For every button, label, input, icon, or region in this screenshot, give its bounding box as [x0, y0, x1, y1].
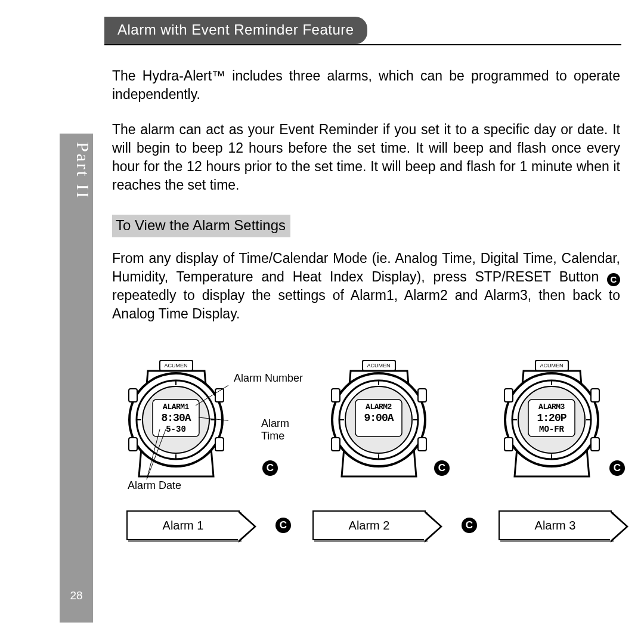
button-c-badge-1: C	[262, 460, 278, 476]
button-c-badge-2: C	[434, 460, 450, 476]
side-tab: Part II 28	[60, 134, 93, 623]
callout-alarm-date: Alarm Date	[128, 479, 181, 492]
arrow-row: Alarm 1 C Alarm 2 C Alarm 3	[126, 510, 612, 540]
page-number: 28	[60, 589, 93, 602]
paragraph-2: The alarm can act as your Event Reminder…	[112, 120, 620, 194]
paragraph-3-part-a: From any display of Time/Calendar Mode (…	[112, 250, 620, 284]
callout-alarm-number: Alarm Number	[234, 372, 303, 385]
part-label: Part II	[60, 142, 93, 200]
button-c-badge-3: C	[609, 460, 625, 476]
paragraph-1: The Hydra-Alert™ includes three alarms, …	[112, 67, 620, 104]
header-rule	[104, 44, 621, 45]
arrow-alarm-1: Alarm 1	[126, 510, 240, 540]
alarm-diagram: ACUMEN ALARM1 8:30A 5-30	[112, 360, 625, 557]
button-c-inline-icon: C	[607, 273, 620, 286]
arrow-alarm-2: Alarm 2	[312, 510, 426, 540]
button-c-between-1-2: C	[275, 518, 291, 533]
arrow-alarm-3: Alarm 3	[499, 510, 612, 540]
button-c-between-2-3: C	[462, 518, 477, 533]
section-header: Alarm with Event Reminder Feature	[104, 17, 621, 45]
body-text: The Hydra-Alert™ includes three alarms, …	[112, 67, 620, 340]
paragraph-3: From any display of Time/Calendar Mode (…	[112, 249, 620, 323]
section-title: Alarm with Event Reminder Feature	[104, 17, 367, 44]
paragraph-3-part-b: repeatedly to display the settings of Al…	[112, 287, 620, 321]
callout-alarm-time: Alarm Time	[261, 417, 289, 442]
subheading: To View the Alarm Settings	[112, 215, 290, 237]
